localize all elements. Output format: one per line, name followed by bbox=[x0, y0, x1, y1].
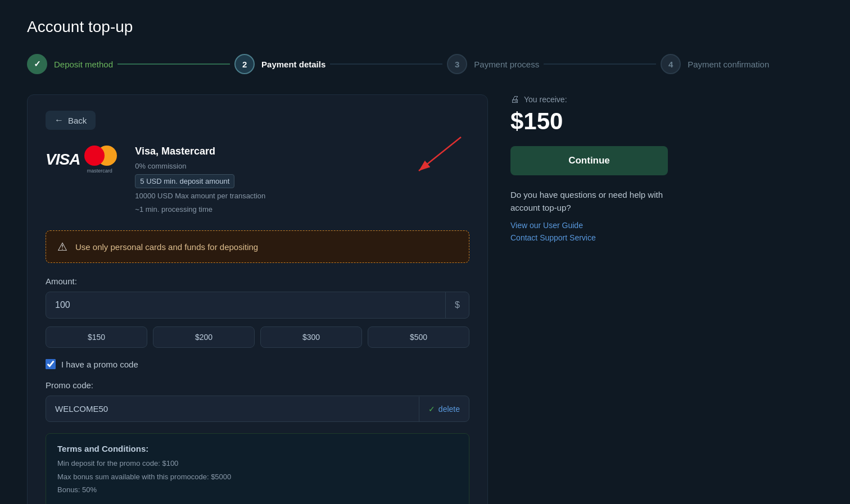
payment-method-row: VISA mastercard Visa, Mastercard 0% comm… bbox=[46, 146, 469, 217]
promo-checkbox-label: I have a promo code bbox=[61, 360, 138, 369]
terms-item-2: Bonus: 50% bbox=[57, 484, 458, 496]
payment-commission: 0% commission bbox=[135, 161, 469, 172]
promo-label: Promo code: bbox=[46, 380, 469, 390]
preset-200[interactable]: $200 bbox=[153, 326, 255, 348]
amount-label: Amount: bbox=[46, 276, 469, 286]
terms-box: Terms and Conditions: Min deposit for th… bbox=[46, 433, 469, 504]
stepper: ✓ Deposit method 2 Payment details 3 Pay… bbox=[27, 54, 823, 74]
continue-button[interactable]: Continue bbox=[510, 146, 668, 175]
terms-item-0: Min deposit for the promo code: $100 bbox=[57, 458, 458, 469]
back-label: Back bbox=[68, 116, 87, 125]
mastercard-logo bbox=[84, 146, 117, 166]
step-payment-details: 2 Payment details bbox=[234, 54, 325, 74]
promo-checkbox-row: I have a promo code bbox=[46, 359, 469, 369]
step-circle-1: ✓ bbox=[27, 54, 47, 74]
mc-label: mastercard bbox=[87, 168, 112, 174]
step-connector-1 bbox=[117, 63, 230, 65]
preset-300[interactable]: $300 bbox=[260, 326, 362, 348]
left-panel: ← Back VISA mastercard bbox=[27, 94, 488, 504]
promo-input[interactable] bbox=[46, 396, 419, 421]
terms-item-1: Max bonus sum available with this promoc… bbox=[57, 471, 458, 483]
back-button[interactable]: ← Back bbox=[46, 111, 96, 130]
warning-icon: ⚠ bbox=[57, 240, 67, 253]
receive-label-text: You receive: bbox=[524, 95, 567, 104]
preset-150[interactable]: $150 bbox=[46, 326, 147, 348]
payment-card: ← Back VISA mastercard bbox=[27, 94, 488, 504]
payment-min-deposit: 5 USD min. deposit amount bbox=[135, 174, 234, 189]
step-label-3: Payment process bbox=[474, 60, 539, 69]
amount-input-row[interactable]: $ bbox=[46, 292, 469, 319]
receive-icon: 🖨 bbox=[510, 94, 519, 105]
warning-box: ⚠ Use only personal cards and funds for … bbox=[46, 230, 469, 263]
step-label-1: Deposit method bbox=[54, 60, 113, 69]
mastercard-wrapper: mastercard bbox=[82, 146, 117, 174]
card-logos: VISA mastercard bbox=[46, 146, 117, 174]
step-circle-4: 4 bbox=[661, 54, 681, 74]
step-payment-confirmation: 4 Payment confirmation bbox=[661, 54, 769, 74]
payment-info: Visa, Mastercard 0% commission 5 USD min… bbox=[135, 146, 469, 217]
receive-label: 🖨 You receive: bbox=[510, 94, 668, 105]
help-text: Do you have questions or need help with … bbox=[510, 189, 668, 214]
currency-symbol: $ bbox=[445, 292, 469, 318]
step-connector-2 bbox=[330, 63, 442, 65]
right-panel: 🖨 You receive: $150 Continue Do you have… bbox=[510, 94, 668, 246]
back-arrow-icon: ← bbox=[55, 115, 64, 125]
promo-checkbox[interactable] bbox=[46, 359, 56, 369]
step-deposit-method: ✓ Deposit method bbox=[27, 54, 113, 74]
payment-processing-time: ~1 min. processing time bbox=[135, 204, 469, 215]
payment-name: Visa, Mastercard bbox=[135, 146, 469, 157]
step-payment-process: 3 Payment process bbox=[447, 54, 539, 74]
promo-input-row[interactable]: ✓ delete bbox=[46, 396, 469, 422]
step-circle-3: 3 bbox=[447, 54, 467, 74]
step-connector-3 bbox=[544, 63, 656, 65]
receive-amount: $150 bbox=[510, 108, 668, 135]
promo-delete-button[interactable]: ✓ delete bbox=[419, 397, 469, 421]
step-label-2: Payment details bbox=[261, 60, 325, 69]
delete-label: delete bbox=[438, 405, 460, 414]
support-link[interactable]: Contact Support Service bbox=[510, 233, 668, 242]
preset-500[interactable]: $500 bbox=[368, 326, 469, 348]
preset-amounts: $150 $200 $300 $500 bbox=[46, 326, 469, 348]
warning-text: Use only personal cards and funds for de… bbox=[75, 242, 258, 252]
step-label-4: Payment confirmation bbox=[688, 60, 769, 69]
delete-check-icon: ✓ bbox=[428, 405, 435, 414]
terms-title: Terms and Conditions: bbox=[57, 444, 458, 453]
visa-logo: VISA bbox=[46, 151, 80, 169]
page-title: Account top-up bbox=[27, 18, 823, 36]
main-layout: ← Back VISA mastercard bbox=[27, 94, 823, 504]
amount-input[interactable] bbox=[46, 292, 445, 318]
payment-max-amount: 10000 USD Max amount per transaction bbox=[135, 190, 469, 202]
step-circle-2: 2 bbox=[234, 54, 255, 74]
user-guide-link[interactable]: View our User Guide bbox=[510, 221, 668, 230]
